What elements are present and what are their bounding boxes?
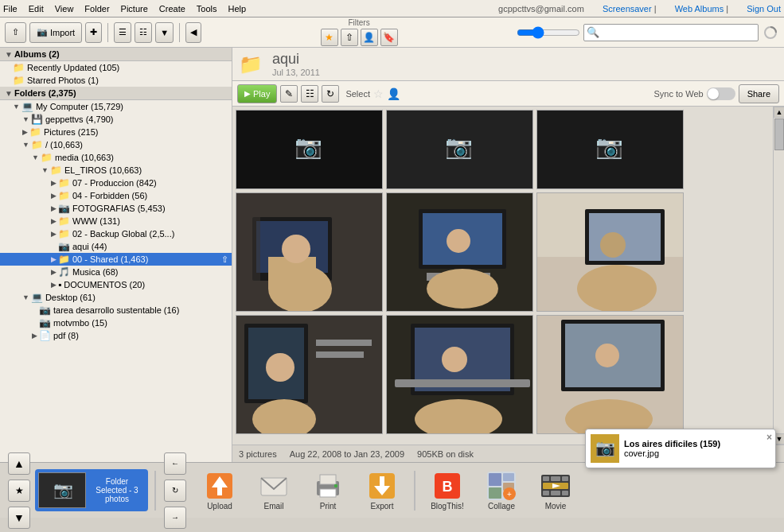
svg-point-18 — [427, 269, 498, 309]
photo-thumb[interactable] — [236, 315, 383, 434]
view-options-button[interactable]: ▼ — [155, 22, 174, 43]
sidebar-item-desktop[interactable]: ▼ 💻 Desktop (61) — [0, 291, 232, 304]
rotate-button[interactable]: ↻ — [322, 85, 339, 103]
sidebar-item-tarea[interactable]: ▶ 📷 tarea desarrollo sustentable (16) — [0, 304, 232, 316]
export-action[interactable]: Export — [357, 470, 408, 511]
menu-file[interactable]: File — [3, 4, 18, 14]
sidebar-item-shared[interactable]: ▶ 📁 00 - Shared (1,463) ⇧ — [0, 253, 232, 266]
folders-arrow: ▼ — [5, 89, 13, 98]
svg-text:B: B — [443, 479, 453, 495]
bottom-nav-wrap: ▲ ★ ▼ — [6, 451, 32, 530]
filter-person-btn[interactable]: 👤 — [361, 29, 378, 46]
sidebar-item-musica[interactable]: ▶ 🎵 Musica (68) — [0, 266, 232, 278]
documentos-label: DOCUMENTOS (20) — [64, 280, 145, 289]
scroll-up-arrow[interactable]: ▲ — [774, 107, 784, 118]
import-button[interactable]: 📷 Import — [29, 22, 82, 43]
content-scrollbar[interactable]: ▲ ▼ — [773, 107, 784, 445]
photo-thumb[interactable] — [536, 315, 684, 434]
upload-icon-btn[interactable]: ⇧ — [5, 22, 26, 43]
disk-size: 905KB on disk — [417, 449, 474, 459]
photo-thumb[interactable]: 📷 — [536, 110, 684, 189]
sidebar-item-produccion[interactable]: ▶ 📁 07 - Produccion (842) — [0, 177, 232, 189]
edit-photos-button[interactable]: ✎ — [280, 85, 298, 103]
folder-thumbnail-preview[interactable]: 📷 Folder Selected - 3 photos — [35, 469, 148, 511]
svg-point-24 — [577, 265, 657, 312]
collage-button[interactable]: ☷ — [301, 85, 318, 103]
bottom-nav-down[interactable]: ▼ — [8, 507, 30, 529]
folders-header[interactable]: ▼ Folders (2,375) — [0, 87, 232, 100]
sidebar-item-www[interactable]: ▶ 📁 WWW (131) — [0, 215, 232, 227]
sidebar-item-geppettvs[interactable]: ▼ 💾 geppettvs (4,790) — [0, 113, 232, 126]
sidebar-item-starred-photos[interactable]: 📁 Starred Photos (1) — [0, 74, 232, 87]
play-icon: ▶ — [244, 89, 251, 98]
add-button[interactable]: ✚ — [85, 22, 102, 43]
photo-thumb[interactable]: 📷 — [386, 110, 533, 189]
list-view-button[interactable]: ☰ — [114, 22, 131, 43]
sign-out-link[interactable]: Sign Out — [747, 4, 781, 14]
sidebar-item-backup[interactable]: ▶ 📁 02 - Backup Global (2,5...) — [0, 227, 232, 240]
desktop-label: Desktop (61) — [45, 293, 96, 302]
collage-action[interactable]: + Collage — [476, 470, 527, 511]
web-albums-link[interactable]: Web Albums — [675, 4, 724, 14]
photo-thumb[interactable] — [386, 315, 533, 434]
photo-thumb[interactable] — [386, 192, 533, 312]
folder-desktop-icon: 💻 — [31, 292, 43, 303]
grid-view-button[interactable]: ☷ — [135, 22, 152, 43]
bottom-nav-star[interactable]: ★ — [8, 480, 30, 502]
print-action[interactable]: Print — [302, 470, 353, 511]
person-select-icon[interactable]: 👤 — [387, 87, 400, 100]
menu-bar: File Edit View Folder Picture Create Too… — [0, 0, 784, 17]
photo-thumb[interactable] — [236, 192, 383, 312]
filter-up-btn[interactable]: ⇧ — [341, 29, 358, 46]
screensaver-link[interactable]: Screensaver — [603, 4, 652, 14]
menu-edit[interactable]: Edit — [29, 4, 44, 14]
photo-thumb[interactable]: 📷 — [236, 110, 383, 189]
email-action[interactable]: Email — [248, 470, 299, 511]
sidebar-item-forbidden[interactable]: ▶ 📁 04 - Forbidden (56) — [0, 189, 232, 202]
menu-tools[interactable]: Tools — [197, 4, 217, 14]
filter-star-btn[interactable]: ★ — [321, 29, 338, 46]
bottom-extra-3[interactable]: → — [164, 507, 186, 529]
movie-action[interactable]: Movie — [530, 470, 581, 511]
size-slider[interactable] — [517, 26, 580, 39]
bottom-extra-1[interactable]: ← — [164, 452, 186, 475]
sidebar-item-recently-updated[interactable]: 📁 Recently Updated (105) — [0, 61, 232, 74]
sync-toggle[interactable] — [707, 87, 735, 100]
svg-point-25 — [600, 232, 626, 258]
menu-picture[interactable]: Picture — [121, 4, 148, 14]
share-button[interactable]: Share — [739, 84, 779, 103]
bottom-nav-up[interactable]: ▲ — [8, 452, 30, 475]
sidebar-item-fotografias[interactable]: ▶ 📷 FOTOGRAFIAS (5,453) — [0, 202, 232, 215]
sidebar-item-documentos[interactable]: ▶ ▪ DOCUMENTOS (20) — [0, 278, 232, 291]
filter-tag-btn[interactable]: 🔖 — [380, 29, 398, 46]
photo-thumb[interactable] — [536, 192, 684, 312]
star-select-icon[interactable]: ☆ — [373, 87, 384, 100]
back-button[interactable]: ◀ — [185, 22, 201, 43]
menu-view[interactable]: View — [55, 4, 74, 14]
collage-action-icon: + — [486, 470, 517, 502]
sidebar-item-pictures[interactable]: ▶ 📁 Pictures (215) — [0, 126, 232, 138]
menu-help[interactable]: Help — [228, 4, 247, 14]
upload-action[interactable]: Upload — [194, 470, 245, 511]
search-input[interactable] — [583, 24, 759, 41]
menu-create[interactable]: Create — [159, 4, 185, 14]
blogthis-action[interactable]: B BlogThis! — [422, 470, 473, 511]
arrow-shared: ▶ — [51, 255, 57, 263]
sidebar-item-motvmbo[interactable]: ▶ 📷 motvmbo (15) — [0, 316, 232, 329]
menu-folder[interactable]: Folder — [84, 4, 109, 14]
sidebar-item-aqui[interactable]: ▶ 📷 aqui (44) — [0, 240, 232, 253]
sidebar-item-el-tiros[interactable]: ▼ 📁 EL_TIROS (10,663) — [0, 164, 232, 177]
scroll-thumb[interactable] — [774, 118, 784, 150]
play-button[interactable]: ▶ Play — [237, 84, 277, 103]
sidebar-item-media[interactable]: ▼ 📁 media (10,663) — [0, 151, 232, 164]
svg-rect-50 — [320, 475, 336, 484]
folder-motvmbo-icon: 📷 — [39, 317, 51, 328]
folder-aqui-icon: 📷 — [58, 241, 70, 252]
sidebar-item-pdf[interactable]: ▶ 📄 pdf (8) — [0, 329, 232, 342]
bottom-extra-2[interactable]: ↻ — [164, 480, 186, 502]
sidebar-item-my-computer[interactable]: ▼ 💻 My Computer (15,729) — [0, 100, 232, 113]
albums-header[interactable]: ▼ Albums (2) — [0, 48, 232, 61]
sidebar-item-slash[interactable]: ▼ 📁 / (10,663) — [0, 138, 232, 151]
popup-close-button[interactable]: × — [766, 432, 772, 443]
folders-label: Folders (2,375) — [14, 88, 76, 98]
